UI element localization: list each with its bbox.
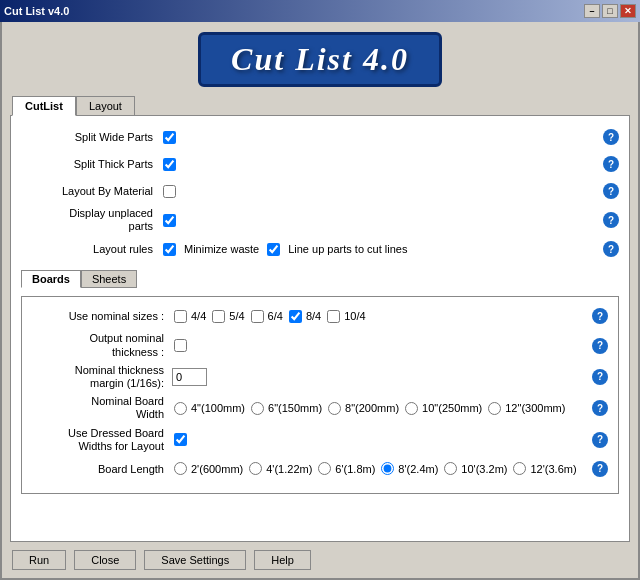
minimize-button[interactable]: – xyxy=(584,4,600,18)
nominal-5-4-item[interactable]: 5/4 xyxy=(210,310,244,323)
layout-by-material-controls xyxy=(161,185,603,198)
nominal-sizes-row: Use nominal sizes : 4/4 5/4 6/4 8/4 xyxy=(32,305,608,327)
app-logo: Cut List 4.0 xyxy=(198,32,442,87)
width-8in-radio[interactable] xyxy=(328,402,341,415)
split-wide-parts-controls xyxy=(161,131,603,144)
boards-content: Use nominal sizes : 4/4 5/4 6/4 8/4 xyxy=(21,296,619,494)
board-width-radio-group: 4"(100mm) 6"(150mm) 8"(200mm) 10"(250mm) xyxy=(172,402,565,415)
board-length-controls: 2'(600mm) 4'(1.22m) 6'(1.8m) 8'(2.4m) xyxy=(172,462,592,475)
width-12in-radio[interactable] xyxy=(488,402,501,415)
board-width-row: Nominal BoardWidth 4"(100mm) 6"(150mm) 8… xyxy=(32,395,608,421)
dressed-widths-row: Use Dressed BoardWidths for Layout ? xyxy=(32,427,608,453)
output-nominal-help[interactable]: ? xyxy=(592,338,608,354)
nominal-8-4-item[interactable]: 8/4 xyxy=(287,310,321,323)
minimize-waste-label: Minimize waste xyxy=(184,243,259,255)
display-unplaced-checkbox[interactable] xyxy=(163,214,176,227)
bottom-bar: Run Close Save Settings Help xyxy=(2,542,638,578)
nominal-sizes-help[interactable]: ? xyxy=(592,308,608,324)
nominal-10-4-item[interactable]: 10/4 xyxy=(325,310,365,323)
length-4ft-item[interactable]: 4'(1.22m) xyxy=(247,462,312,475)
output-nominal-label: Output nominalthickness : xyxy=(32,332,172,358)
split-wide-parts-label: Split Wide Parts xyxy=(21,130,161,144)
split-thick-parts-controls xyxy=(161,158,603,171)
logo-text: Cut List 4.0 xyxy=(231,41,409,77)
split-thick-parts-help[interactable]: ? xyxy=(603,156,619,172)
thickness-margin-label: Nominal thicknessmargin (1/16s): xyxy=(32,364,172,390)
window-title: Cut List v4.0 xyxy=(4,5,69,17)
board-width-help[interactable]: ? xyxy=(592,400,608,416)
layout-by-material-row: Layout By Material ? xyxy=(21,180,619,202)
thickness-margin-input[interactable] xyxy=(172,368,207,386)
nominal-6-4-checkbox[interactable] xyxy=(251,310,264,323)
tab-cutlist[interactable]: CutList xyxy=(12,96,76,116)
layout-by-material-help[interactable]: ? xyxy=(603,183,619,199)
length-6ft-item[interactable]: 6'(1.8m) xyxy=(316,462,375,475)
length-2ft-radio[interactable] xyxy=(174,462,187,475)
width-8in-item[interactable]: 8"(200mm) xyxy=(326,402,399,415)
output-nominal-controls xyxy=(172,339,592,352)
nominal-5-4-checkbox[interactable] xyxy=(212,310,225,323)
layout-rules-help[interactable]: ? xyxy=(603,241,619,257)
display-unplaced-help[interactable]: ? xyxy=(603,212,619,228)
split-thick-parts-label: Split Thick Parts xyxy=(21,157,161,171)
nominal-4-4-checkbox[interactable] xyxy=(174,310,187,323)
length-2ft-item[interactable]: 2'(600mm) xyxy=(172,462,243,475)
nominal-6-4-item[interactable]: 6/4 xyxy=(249,310,283,323)
length-8ft-item[interactable]: 8'(2.4m) xyxy=(379,462,438,475)
display-unplaced-row: Display unplacedparts ? xyxy=(21,207,619,233)
display-unplaced-controls xyxy=(161,214,603,227)
nominal-4-4-item[interactable]: 4/4 xyxy=(172,310,206,323)
board-length-help[interactable]: ? xyxy=(592,461,608,477)
title-bar: Cut List v4.0 – □ ✕ xyxy=(0,0,640,22)
close-window-button[interactable]: ✕ xyxy=(620,4,636,18)
dressed-widths-controls xyxy=(172,433,592,446)
nominal-10-4-checkbox[interactable] xyxy=(327,310,340,323)
close-button[interactable]: Close xyxy=(74,550,136,570)
thickness-margin-row: Nominal thicknessmargin (1/16s): ? xyxy=(32,364,608,390)
length-8ft-radio[interactable] xyxy=(381,462,394,475)
board-width-controls: 4"(100mm) 6"(150mm) 8"(200mm) 10"(250mm) xyxy=(172,402,592,415)
width-4in-item[interactable]: 4"(100mm) xyxy=(172,402,245,415)
width-10in-radio[interactable] xyxy=(405,402,418,415)
main-tab-bar: CutList Layout xyxy=(2,95,638,115)
line-up-parts-checkbox[interactable] xyxy=(267,243,280,256)
length-12ft-item[interactable]: 12'(3.6m) xyxy=(511,462,576,475)
save-settings-button[interactable]: Save Settings xyxy=(144,550,246,570)
length-4ft-radio[interactable] xyxy=(249,462,262,475)
width-10in-item[interactable]: 10"(250mm) xyxy=(403,402,482,415)
nominal-8-4-checkbox[interactable] xyxy=(289,310,302,323)
output-nominal-row: Output nominalthickness : ? xyxy=(32,332,608,358)
length-12ft-radio[interactable] xyxy=(513,462,526,475)
layout-by-material-checkbox[interactable] xyxy=(163,185,176,198)
dressed-widths-help[interactable]: ? xyxy=(592,432,608,448)
layout-rules-row: Layout rules Minimize waste Line up part… xyxy=(21,238,619,260)
window-controls: – □ ✕ xyxy=(584,4,636,18)
board-length-row: Board Length 2'(600mm) 4'(1.22m) 6'(1.8m… xyxy=(32,458,608,480)
main-window: Cut List 4.0 CutList Layout Split Wide P… xyxy=(0,22,640,580)
length-6ft-radio[interactable] xyxy=(318,462,331,475)
split-wide-parts-checkbox[interactable] xyxy=(163,131,176,144)
output-nominal-checkbox[interactable] xyxy=(174,339,187,352)
minimize-waste-checkbox[interactable] xyxy=(163,243,176,256)
line-up-parts-label: Line up parts to cut lines xyxy=(288,243,407,255)
dressed-widths-checkbox[interactable] xyxy=(174,433,187,446)
nominal-sizes-controls: 4/4 5/4 6/4 8/4 10/4 xyxy=(172,310,592,323)
layout-by-material-label: Layout By Material xyxy=(21,184,161,198)
width-12in-item[interactable]: 12"(300mm) xyxy=(486,402,565,415)
width-6in-radio[interactable] xyxy=(251,402,264,415)
run-button[interactable]: Run xyxy=(12,550,66,570)
board-length-radio-group: 2'(600mm) 4'(1.22m) 6'(1.8m) 8'(2.4m) xyxy=(172,462,577,475)
sub-tab-bar: Boards Sheets xyxy=(21,270,619,288)
width-6in-item[interactable]: 6"(150mm) xyxy=(249,402,322,415)
width-4in-radio[interactable] xyxy=(174,402,187,415)
split-wide-parts-help[interactable]: ? xyxy=(603,129,619,145)
split-thick-parts-checkbox[interactable] xyxy=(163,158,176,171)
tab-layout[interactable]: Layout xyxy=(76,96,135,116)
length-10ft-item[interactable]: 10'(3.2m) xyxy=(442,462,507,475)
sub-tab-boards[interactable]: Boards xyxy=(21,270,81,288)
help-button[interactable]: Help xyxy=(254,550,311,570)
length-10ft-radio[interactable] xyxy=(444,462,457,475)
restore-button[interactable]: □ xyxy=(602,4,618,18)
thickness-margin-help[interactable]: ? xyxy=(592,369,608,385)
sub-tab-sheets[interactable]: Sheets xyxy=(81,270,137,288)
